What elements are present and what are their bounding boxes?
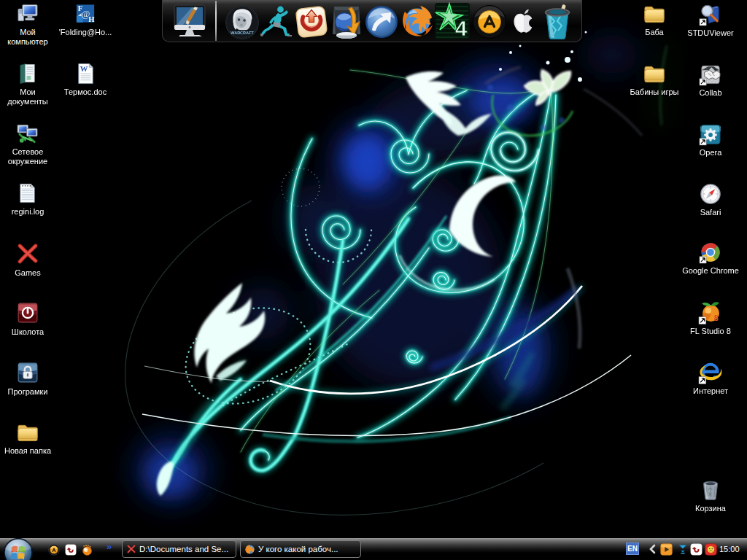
svg-text:WARCRAFT: WARCRAFT [231,31,254,35]
svg-text:4: 4 [455,16,468,40]
